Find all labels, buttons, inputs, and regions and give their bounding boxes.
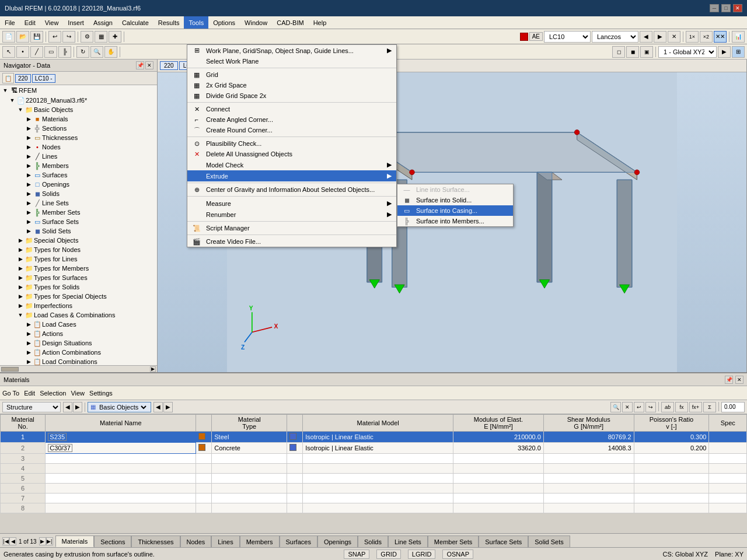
lines-expand[interactable]: ▶ <box>25 152 33 160</box>
tree-nodes[interactable]: ▶ • Nodes <box>25 142 157 152</box>
loadcases-expand[interactable]: ▼ <box>16 311 25 319</box>
result-btn-3[interactable]: ✕✕ <box>714 31 727 43</box>
nav-scroll-right[interactable]: ▶ <box>150 366 156 372</box>
menu-workplane[interactable]: ⊞ Work Plane, Grid/Snap, Object Snap, Gu… <box>187 45 396 56</box>
submenu-surface-casing[interactable]: ▭ Surface into Casing... <box>397 205 513 216</box>
osnap-btn[interactable]: OSNAP <box>442 550 473 559</box>
menu-calculate[interactable]: Calculate <box>117 16 153 29</box>
nav-pin-button[interactable]: 📌 <box>136 61 144 69</box>
tree-load-combos[interactable]: ▶ 📋 Load Combinations <box>25 357 157 365</box>
menu-select-workplane[interactable]: Select Work Plane <box>187 56 396 66</box>
special-expand[interactable]: ▶ <box>16 236 25 244</box>
tree-types-special[interactable]: ▶ 📁 Types for Special Objects <box>16 292 157 301</box>
cell-name[interactable] <box>46 454 196 464</box>
solidsets-expand[interactable]: ▶ <box>25 227 33 235</box>
types-surfaces-expand[interactable]: ▶ <box>16 274 25 282</box>
loadcombo-expand[interactable]: ▶ <box>25 358 33 365</box>
tree-imperfections[interactable]: ▶ 📁 Imperfections <box>16 301 157 310</box>
tree-load-cases-item[interactable]: ▶ 📋 Load Cases <box>25 320 157 329</box>
tree-openings[interactable]: ▶ □ Openings <box>25 180 157 189</box>
cell-name[interactable] <box>46 474 196 484</box>
membersets-expand[interactable]: ▶ <box>25 208 33 216</box>
tree-actions[interactable]: ▶ 📋 Actions <box>25 329 157 338</box>
member-btn[interactable]: ╠ <box>58 46 71 58</box>
menu-extrude[interactable]: Extrude ▶ <box>187 170 396 181</box>
close-result[interactable]: ✕ <box>668 31 680 43</box>
close-button[interactable]: ✕ <box>733 4 742 12</box>
submenu-surface-solid[interactable]: ◼ Surface into Solid... <box>397 195 513 205</box>
last-page[interactable]: ▶| <box>46 537 53 545</box>
redo-button[interactable]: ↪ <box>62 31 75 43</box>
fx-btn-3[interactable]: fx+ <box>689 402 702 412</box>
fx-btn-2[interactable]: fx <box>675 402 688 412</box>
menu-center-gravity[interactable]: ⊕ Center of Gravity and Information Abou… <box>187 184 396 195</box>
solids-expand[interactable]: ▶ <box>25 190 33 198</box>
basic-objects-select[interactable]: Basic Objects <box>97 403 148 411</box>
basic-expand[interactable]: ▼ <box>16 106 25 114</box>
nav-data-btn[interactable]: 📋 <box>2 73 14 83</box>
edit-btn[interactable]: Edit <box>24 390 35 397</box>
menu-plausibility[interactable]: ⊙ Plausibility Check... <box>187 138 396 149</box>
tab-member-sets[interactable]: Member Sets <box>428 536 479 547</box>
prev-result[interactable]: ◀ <box>640 31 652 43</box>
next-obj-btn[interactable]: ▶ <box>163 402 173 412</box>
prev-page-btn[interactable]: ◀ <box>63 402 72 412</box>
menu-help[interactable]: Help <box>309 16 331 29</box>
types-members-expand[interactable]: ▶ <box>16 264 25 272</box>
menu-assign[interactable]: Assign <box>89 16 117 29</box>
tab-line-sets[interactable]: Line Sets <box>388 536 428 547</box>
menu-round-corner[interactable]: ⌒ Create Round Corner... <box>187 125 396 135</box>
types-nodes-expand[interactable]: ▶ <box>16 246 25 254</box>
selection-btn[interactable]: Selection <box>40 390 66 397</box>
save-button[interactable]: 💾 <box>30 31 43 43</box>
minimize-button[interactable]: ─ <box>710 4 719 12</box>
render-btn-1[interactable]: ◻ <box>612 46 625 58</box>
sections-expand[interactable]: ▶ <box>25 124 33 132</box>
tree-member-sets[interactable]: ▶ ╠ Member Sets <box>25 208 157 217</box>
nav-scroll-thumb[interactable] <box>1 367 19 372</box>
line-btn[interactable]: ╱ <box>30 46 43 58</box>
menu-insert[interactable]: Insert <box>63 16 89 29</box>
view-select[interactable]: 1 - Global XYZ <box>658 46 717 58</box>
actions-expand[interactable]: ▶ <box>25 330 33 338</box>
surface-btn[interactable]: ▭ <box>44 46 57 58</box>
maximize-button[interactable]: □ <box>721 4 731 12</box>
tree-types-nodes[interactable]: ▶ 📁 Types for Nodes <box>16 245 157 254</box>
grid-button[interactable]: ▦ <box>95 31 107 43</box>
cell-name[interactable]: C30/37 <box>46 443 196 454</box>
tree-sections[interactable]: ▶ ╬ Sections <box>25 124 157 133</box>
tree-solid-sets[interactable]: ▶ ◼ Solid Sets <box>25 226 157 236</box>
menu-video[interactable]: 🎬 Create Video File... <box>187 236 396 247</box>
surfaces-expand[interactable]: ▶ <box>25 171 33 179</box>
settings-button[interactable]: ⚙ <box>81 31 93 43</box>
tree-types-surfaces[interactable]: ▶ 📁 Types for Surfaces <box>16 273 157 282</box>
tab-thicknesses[interactable]: Thicknesses <box>131 536 180 547</box>
tab-surface-sets[interactable]: Surface Sets <box>479 536 528 547</box>
tool-4[interactable]: ↪ <box>645 402 656 412</box>
actcombo-expand[interactable]: ▶ <box>25 348 33 356</box>
types-lines-expand[interactable]: ▶ <box>16 255 25 263</box>
zoom-btn[interactable]: 🔍 <box>90 46 103 58</box>
menu-window[interactable]: Window <box>240 16 272 29</box>
view-btn[interactable]: View <box>71 390 85 397</box>
open-button[interactable]: 📂 <box>16 31 29 43</box>
menu-model-check[interactable]: Model Check ▶ <box>187 159 396 170</box>
tab-sections[interactable]: Sections <box>94 536 131 547</box>
menu-2x-grid[interactable]: ▦ 2x Grid Space <box>187 80 396 90</box>
tree-thicknesses[interactable]: ▶ ▭ Thicknesses <box>25 133 157 142</box>
panel-pin[interactable]: 📌 <box>725 376 733 384</box>
prev-page[interactable]: ◀ <box>9 537 16 545</box>
vp-doc-tab[interactable]: 220 <box>160 61 178 70</box>
fx-btn[interactable]: ab <box>661 402 674 412</box>
next-page[interactable]: ▶ <box>39 537 46 545</box>
design-expand[interactable]: ▶ <box>25 339 33 347</box>
menu-delete-unassigned[interactable]: ✕ Delete All Unassigned Objects <box>187 149 396 159</box>
goto-btn[interactable]: Go To <box>2 390 19 397</box>
menu-tools[interactable]: Tools <box>184 16 208 29</box>
lc-select[interactable]: LC10 <box>544 31 591 43</box>
menu-renumber[interactable]: Renumber ▶ <box>187 209 396 220</box>
tree-surfaces[interactable]: ▶ ▭ Surfaces <box>25 170 157 180</box>
render-btn-3[interactable]: ▣ <box>640 46 653 58</box>
nav-lc-tab[interactable]: LC10 - <box>32 74 55 83</box>
tree-materials[interactable]: ▶ ■ Materials <box>25 114 157 124</box>
